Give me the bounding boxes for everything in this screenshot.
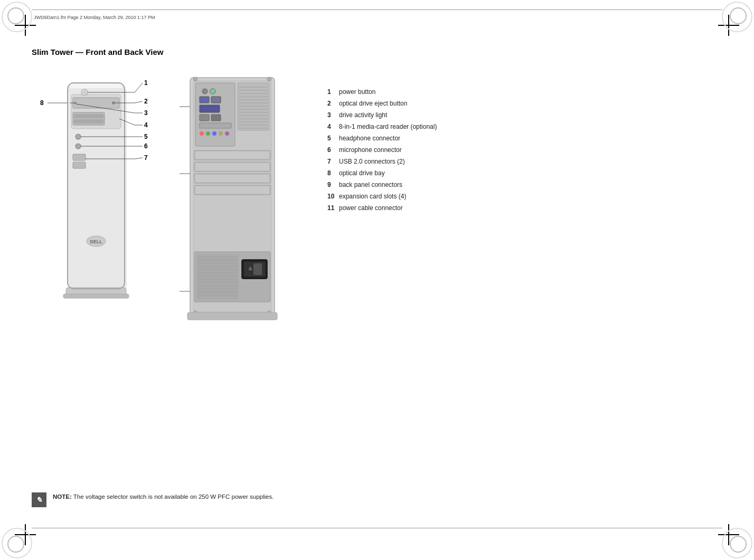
svg-point-58: [212, 131, 216, 136]
svg-point-5: [112, 101, 115, 105]
legend-num: 10: [327, 193, 339, 200]
svg-text:1: 1: [144, 79, 148, 87]
legend-item: 6microphone connector: [327, 146, 437, 154]
legend-item: 11power cable connector: [327, 204, 437, 212]
svg-rect-83: [195, 186, 269, 194]
svg-line-25: [135, 101, 143, 103]
note-body: The voltage selector switch is not avail…: [72, 493, 274, 500]
svg-rect-55: [200, 123, 231, 128]
corner-big-circle-tl: [2, 2, 32, 32]
bottom-bar: [32, 528, 722, 528]
legend-num: 9: [327, 181, 339, 188]
svg-rect-61: [238, 83, 269, 130]
svg-rect-85: [196, 254, 239, 299]
svg-line-22: [135, 83, 143, 92]
back-tower-svg: 9 10 11: [180, 72, 296, 326]
legend-text: drive activity light: [339, 111, 387, 119]
main-content: Slim Tower — Front and Back View: [32, 48, 722, 518]
front-tower-svg: DELL 1 2 3 4: [32, 72, 169, 326]
svg-rect-106: [187, 312, 277, 320]
svg-text:7: 7: [144, 154, 148, 162]
svg-line-41: [135, 158, 143, 159]
svg-point-102: [193, 77, 197, 81]
svg-point-48: [202, 89, 208, 94]
note-icon-pencil: ✎: [36, 496, 42, 504]
svg-rect-53: [200, 115, 209, 121]
svg-rect-17: [63, 294, 129, 298]
svg-rect-12: [73, 154, 86, 160]
svg-rect-51: [211, 97, 221, 103]
legend-text: 8-in-1 media-card reader (optional): [339, 123, 437, 130]
legend-text: expansion card slots (4): [339, 193, 406, 200]
svg-text:2: 2: [144, 98, 148, 105]
topbar-text: JWD6Dam1.fm Page 2 Monday, March 29, 201…: [32, 15, 155, 21]
svg-rect-2: [70, 84, 122, 88]
svg-text:DELL: DELL: [90, 239, 102, 244]
legend-num: 8: [327, 169, 339, 177]
legend-num: 4: [327, 123, 339, 130]
svg-point-59: [219, 131, 223, 136]
svg-rect-80: [195, 151, 269, 159]
svg-rect-82: [195, 175, 269, 182]
svg-point-57: [206, 131, 210, 136]
svg-text:6: 6: [144, 143, 148, 150]
legend-num: 7: [327, 158, 339, 165]
legend-item: 48-in-1 media-card reader (optional): [327, 123, 437, 130]
legend-text: microphone connector: [339, 146, 402, 154]
legend-area: 1power button2optical drive eject button…: [327, 88, 437, 216]
back-tower-diagram: 9 10 11: [180, 72, 296, 326]
legend-num: 11: [327, 204, 339, 212]
legend-num: 5: [327, 135, 339, 142]
svg-point-49: [210, 89, 215, 94]
svg-point-60: [225, 131, 229, 136]
svg-text:5: 5: [144, 133, 148, 140]
svg-rect-54: [211, 115, 221, 121]
legend-item: 5headphone connector: [327, 135, 437, 142]
legend-text: optical drive bay: [339, 169, 385, 177]
legend-item: 10expansion card slots (4): [327, 193, 437, 200]
svg-rect-50: [200, 97, 209, 103]
legend-num: 2: [327, 100, 339, 107]
legend-item: 9back panel connectors: [327, 181, 437, 188]
svg-rect-9: [74, 119, 103, 124]
corner-big-circle-bl: [2, 528, 32, 558]
front-tower-diagram: DELL 1 2 3 4: [32, 72, 169, 326]
legend-text: back panel connectors: [339, 181, 402, 188]
svg-text:3: 3: [144, 109, 148, 117]
svg-point-10: [76, 134, 81, 139]
legend-item: 2optical drive eject button: [327, 100, 437, 107]
svg-rect-13: [73, 162, 86, 168]
svg-rect-8: [74, 114, 103, 118]
svg-rect-52: [200, 105, 220, 112]
legend-text: headphone connector: [339, 135, 400, 142]
legend-text: USB 2.0 connectors (2): [339, 158, 405, 165]
legend-item: 1power button: [327, 88, 437, 96]
legend-text: power button: [339, 88, 375, 96]
legend-container: 1power button2optical drive eject button…: [327, 88, 437, 212]
svg-point-11: [76, 144, 81, 149]
note-text: NOTE: The voltage selector switch is not…: [53, 492, 274, 501]
page-title: Slim Tower — Front and Back View: [32, 48, 722, 56]
corner-big-circle-br: [722, 528, 752, 558]
note-label: NOTE:: [53, 493, 72, 500]
legend-text: optical drive eject button: [339, 100, 407, 107]
note-area: ✎ NOTE: The voltage selector switch is n…: [32, 492, 722, 507]
corner-big-circle-tr: [722, 2, 752, 32]
legend-text: power cable connector: [339, 204, 403, 212]
legend-num: 6: [327, 146, 339, 154]
svg-point-56: [200, 131, 204, 136]
svg-point-103: [267, 77, 271, 81]
svg-text:4: 4: [144, 121, 148, 129]
legend-item: 3drive activity light: [327, 111, 437, 119]
legend-item: 8optical drive bay: [327, 169, 437, 177]
top-bar: JWD6Dam1.fm Page 2 Monday, March 29, 201…: [32, 10, 722, 21]
svg-rect-101: [253, 263, 262, 275]
diagrams-container: DELL 1 2 3 4: [32, 72, 722, 326]
legend-num: 1: [327, 88, 339, 96]
legend-item: 7USB 2.0 connectors (2): [327, 158, 437, 165]
svg-point-15: [83, 91, 87, 94]
note-icon: ✎: [32, 492, 46, 507]
legend-num: 3: [327, 111, 339, 119]
svg-rect-81: [195, 163, 269, 170]
svg-text:8: 8: [40, 99, 44, 107]
